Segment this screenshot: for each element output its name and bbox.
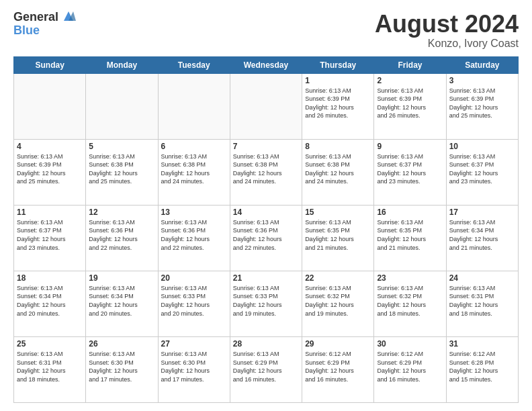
day-info: Sunrise: 6:12 AM Sunset: 6:29 PM Dayligh… — [305, 350, 371, 383]
calendar-week-2: 4Sunrise: 6:13 AM Sunset: 6:39 PM Daylig… — [14, 139, 519, 205]
day-number: 8 — [305, 142, 371, 151]
calendar-week-4: 18Sunrise: 6:13 AM Sunset: 6:34 PM Dayli… — [14, 271, 519, 336]
day-info: Sunrise: 6:13 AM Sunset: 6:29 PM Dayligh… — [233, 350, 299, 383]
calendar-header-sunday: Sunday — [14, 56, 86, 73]
header: General Blue August 2024 Konzo, Ivory Co… — [13, 11, 519, 50]
calendar-cell: 1Sunrise: 6:13 AM Sunset: 6:39 PM Daylig… — [302, 73, 374, 139]
day-number: 5 — [89, 142, 154, 151]
calendar-header-friday: Friday — [374, 56, 446, 73]
calendar-week-5: 25Sunrise: 6:13 AM Sunset: 6:31 PM Dayli… — [14, 336, 519, 402]
day-number: 4 — [17, 142, 83, 151]
calendar-cell: 20Sunrise: 6:13 AM Sunset: 6:33 PM Dayli… — [158, 271, 230, 336]
calendar-cell: 22Sunrise: 6:13 AM Sunset: 6:32 PM Dayli… — [302, 271, 374, 336]
calendar-cell: 5Sunrise: 6:13 AM Sunset: 6:38 PM Daylig… — [86, 139, 158, 205]
calendar-cell: 14Sunrise: 6:13 AM Sunset: 6:36 PM Dayli… — [230, 205, 302, 271]
calendar-header-thursday: Thursday — [302, 56, 374, 73]
day-number: 25 — [17, 339, 83, 349]
day-number: 30 — [377, 339, 443, 349]
calendar-cell: 7Sunrise: 6:13 AM Sunset: 6:38 PM Daylig… — [230, 139, 302, 205]
day-info: Sunrise: 6:13 AM Sunset: 6:36 PM Dayligh… — [161, 218, 227, 252]
day-info: Sunrise: 6:13 AM Sunset: 6:31 PM Dayligh… — [17, 350, 83, 383]
day-info: Sunrise: 6:13 AM Sunset: 6:36 PM Dayligh… — [233, 218, 299, 252]
calendar-cell: 9Sunrise: 6:13 AM Sunset: 6:37 PM Daylig… — [374, 139, 446, 205]
day-info: Sunrise: 6:13 AM Sunset: 6:36 PM Dayligh… — [89, 218, 154, 252]
logo-text: General Blue — [13, 11, 76, 38]
logo-icon — [61, 9, 76, 24]
day-info: Sunrise: 6:13 AM Sunset: 6:39 PM Dayligh… — [17, 152, 83, 186]
day-info: Sunrise: 6:13 AM Sunset: 6:32 PM Dayligh… — [377, 284, 443, 318]
logo: General Blue — [13, 11, 76, 38]
calendar-cell: 8Sunrise: 6:13 AM Sunset: 6:38 PM Daylig… — [302, 139, 374, 205]
day-info: Sunrise: 6:13 AM Sunset: 6:33 PM Dayligh… — [233, 284, 299, 318]
day-info: Sunrise: 6:13 AM Sunset: 6:30 PM Dayligh… — [161, 350, 227, 383]
day-number: 19 — [89, 273, 154, 283]
calendar-cell: 25Sunrise: 6:13 AM Sunset: 6:31 PM Dayli… — [14, 336, 86, 402]
day-number: 17 — [449, 208, 515, 217]
day-number: 18 — [17, 273, 83, 283]
day-info: Sunrise: 6:12 AM Sunset: 6:29 PM Dayligh… — [377, 350, 443, 383]
logo-general-text: General — [13, 11, 58, 24]
calendar-week-3: 11Sunrise: 6:13 AM Sunset: 6:37 PM Dayli… — [14, 205, 519, 271]
day-number: 10 — [449, 142, 515, 151]
day-info: Sunrise: 6:13 AM Sunset: 6:38 PM Dayligh… — [233, 152, 299, 186]
day-info: Sunrise: 6:13 AM Sunset: 6:30 PM Dayligh… — [89, 350, 154, 383]
calendar-cell: 16Sunrise: 6:13 AM Sunset: 6:35 PM Dayli… — [374, 205, 446, 271]
calendar-cell: 2Sunrise: 6:13 AM Sunset: 6:39 PM Daylig… — [374, 73, 446, 139]
calendar-cell — [86, 73, 158, 139]
day-info: Sunrise: 6:13 AM Sunset: 6:34 PM Dayligh… — [17, 284, 83, 318]
calendar-cell: 21Sunrise: 6:13 AM Sunset: 6:33 PM Dayli… — [230, 271, 302, 336]
calendar-cell: 19Sunrise: 6:13 AM Sunset: 6:34 PM Dayli… — [86, 271, 158, 336]
day-info: Sunrise: 6:13 AM Sunset: 6:34 PM Dayligh… — [449, 218, 515, 252]
calendar-cell: 3Sunrise: 6:13 AM Sunset: 6:39 PM Daylig… — [446, 73, 518, 139]
calendar-cell — [14, 73, 86, 139]
calendar-week-1: 1Sunrise: 6:13 AM Sunset: 6:39 PM Daylig… — [14, 73, 519, 139]
day-info: Sunrise: 6:13 AM Sunset: 6:31 PM Dayligh… — [449, 284, 515, 318]
calendar-cell — [230, 73, 302, 139]
calendar-cell: 24Sunrise: 6:13 AM Sunset: 6:31 PM Dayli… — [446, 271, 518, 336]
day-number: 16 — [377, 208, 443, 217]
day-info: Sunrise: 6:13 AM Sunset: 6:32 PM Dayligh… — [305, 284, 371, 318]
calendar-header-monday: Monday — [86, 56, 158, 73]
day-info: Sunrise: 6:13 AM Sunset: 6:38 PM Dayligh… — [161, 152, 227, 186]
day-number: 2 — [377, 76, 443, 85]
day-info: Sunrise: 6:13 AM Sunset: 6:38 PM Dayligh… — [305, 152, 371, 186]
calendar-header-row: SundayMondayTuesdayWednesdayThursdayFrid… — [14, 56, 519, 73]
day-number: 1 — [305, 76, 371, 85]
calendar-cell: 23Sunrise: 6:13 AM Sunset: 6:32 PM Dayli… — [374, 271, 446, 336]
day-info: Sunrise: 6:13 AM Sunset: 6:39 PM Dayligh… — [449, 87, 515, 120]
day-number: 26 — [89, 339, 154, 349]
page: General Blue August 2024 Konzo, Ivory Co… — [0, 0, 532, 411]
day-number: 7 — [233, 142, 299, 151]
day-number: 22 — [305, 273, 371, 283]
calendar-cell: 11Sunrise: 6:13 AM Sunset: 6:37 PM Dayli… — [14, 205, 86, 271]
calendar-cell: 13Sunrise: 6:13 AM Sunset: 6:36 PM Dayli… — [158, 205, 230, 271]
day-number: 20 — [161, 273, 227, 283]
logo-blue-text: Blue — [13, 24, 76, 38]
day-info: Sunrise: 6:13 AM Sunset: 6:37 PM Dayligh… — [377, 152, 443, 186]
calendar-cell: 30Sunrise: 6:12 AM Sunset: 6:29 PM Dayli… — [374, 336, 446, 402]
calendar-cell: 31Sunrise: 6:12 AM Sunset: 6:28 PM Dayli… — [446, 336, 518, 402]
day-number: 3 — [449, 76, 515, 85]
day-number: 11 — [17, 208, 83, 217]
calendar-cell: 17Sunrise: 6:13 AM Sunset: 6:34 PM Dayli… — [446, 205, 518, 271]
location: Konzo, Ivory Coast — [375, 38, 519, 50]
day-info: Sunrise: 6:13 AM Sunset: 6:35 PM Dayligh… — [377, 218, 443, 252]
calendar-table: SundayMondayTuesdayWednesdayThursdayFrid… — [13, 56, 519, 403]
day-info: Sunrise: 6:13 AM Sunset: 6:39 PM Dayligh… — [305, 87, 371, 120]
day-number: 14 — [233, 208, 299, 217]
day-info: Sunrise: 6:13 AM Sunset: 6:38 PM Dayligh… — [89, 152, 154, 186]
calendar-header-tuesday: Tuesday — [158, 56, 230, 73]
calendar-cell: 12Sunrise: 6:13 AM Sunset: 6:36 PM Dayli… — [86, 205, 158, 271]
title-block: August 2024 Konzo, Ivory Coast — [375, 11, 519, 50]
day-number: 21 — [233, 273, 299, 283]
day-number: 6 — [161, 142, 227, 151]
calendar-cell: 28Sunrise: 6:13 AM Sunset: 6:29 PM Dayli… — [230, 336, 302, 402]
day-number: 15 — [305, 208, 371, 217]
day-info: Sunrise: 6:12 AM Sunset: 6:28 PM Dayligh… — [449, 350, 515, 383]
day-info: Sunrise: 6:13 AM Sunset: 6:35 PM Dayligh… — [305, 218, 371, 252]
day-info: Sunrise: 6:13 AM Sunset: 6:34 PM Dayligh… — [89, 284, 154, 318]
calendar-cell: 18Sunrise: 6:13 AM Sunset: 6:34 PM Dayli… — [14, 271, 86, 336]
day-number: 13 — [161, 208, 227, 217]
calendar-cell: 26Sunrise: 6:13 AM Sunset: 6:30 PM Dayli… — [86, 336, 158, 402]
calendar-header-saturday: Saturday — [446, 56, 518, 73]
